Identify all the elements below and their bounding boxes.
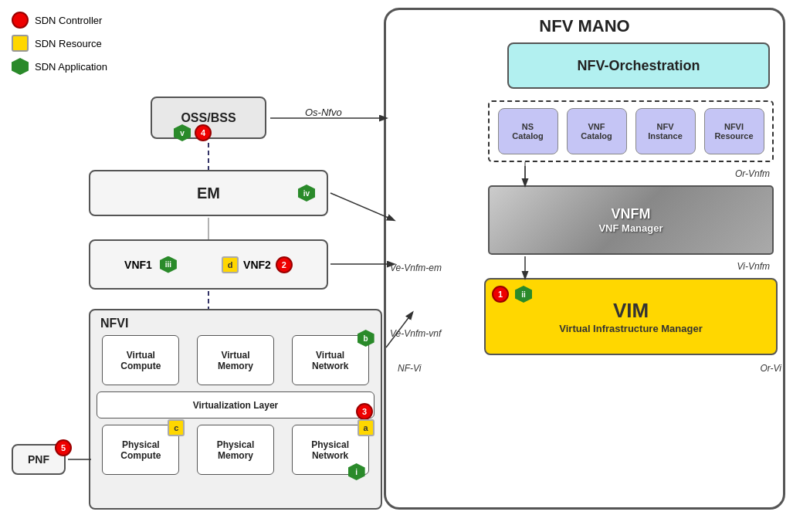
badge-iii-icon: iii (160, 256, 177, 273)
vnf2-label: VNF2 (243, 259, 271, 271)
em-title: EM (197, 185, 220, 202)
legend: SDN Controller SDN Resource SDN Applicat… (12, 12, 107, 75)
vnf-box: VNF1 iii d VNF2 2 (89, 239, 328, 290)
badge-ii-icon: ii (515, 286, 532, 303)
vim-title: VIM (613, 299, 649, 323)
sdn-resource-icon (12, 35, 29, 52)
vi-vnfm-label: Vi-Vnfm (737, 261, 770, 272)
vnfm-box: VNFM VNF Manager (488, 185, 774, 255)
badge-1-icon: 1 (492, 286, 509, 303)
badge-d-icon: d (222, 256, 239, 273)
catalog-item-nfvi-resource: NFVIResource (704, 108, 764, 154)
or-vnfm-label: Or-Vnfm (735, 168, 770, 179)
virtualization-layer: Virtualization Layer (97, 391, 374, 418)
catalog-item-vnf: VNFCatalog (567, 108, 627, 154)
catalog-dashed-box: NSCatalog VNFCatalog NFVInstance NFVIRes… (488, 100, 774, 162)
sdn-controller-icon (12, 12, 29, 29)
physical-memory: PhysicalMemory (197, 425, 274, 475)
pnf-label: PNF (28, 453, 49, 466)
ve-vnfm-vnf-label: Ve-Vnfm-vnf (390, 328, 441, 339)
legend-item-sdn-resource: SDN Resource (12, 35, 107, 52)
physical-row: c PhysicalCompute PhysicalMemory Physica… (97, 425, 374, 475)
legend-item-sdn-application: SDN Application (12, 58, 107, 75)
virtual-memory: VirtualMemory (197, 335, 274, 385)
legend-label-sdn-controller: SDN Controller (35, 15, 102, 26)
oss-bss-title: OSS/BSS (181, 111, 236, 125)
ve-vnfm-em-label: Ve-Vnfm-em (390, 263, 442, 273)
badge-3-icon: 3 (356, 403, 373, 420)
virtual-network: VirtualNetwork b (292, 335, 369, 385)
vnfm-subtitle: VNF Manager (598, 222, 663, 234)
nfv-mano-title: NFV MANO (539, 16, 629, 36)
badge-2-icon: 2 (276, 256, 293, 273)
pnf-box: PNF 5 (12, 444, 66, 475)
vim-box: 1 ii VIM Virtual Infrastructure Manager (484, 278, 778, 355)
vim-subtitle: Virtual Infrastructure Manager (559, 323, 702, 334)
badge-b-icon: b (358, 330, 374, 347)
virtual-row: VirtualCompute VirtualMemory VirtualNetw… (97, 335, 374, 385)
badge-4-icon: 4 (195, 124, 212, 141)
badge-iv-icon: iv (298, 185, 315, 202)
nfv-orchestration-box: NFV-Orchestration (507, 42, 770, 89)
legend-label-sdn-resource: SDN Resource (35, 38, 102, 49)
vnfm-title: VNFM (612, 206, 651, 222)
nfvi-title: NFVI (100, 317, 374, 330)
physical-compute: c PhysicalCompute (102, 425, 179, 475)
vnf2-group: d VNF2 2 (222, 256, 293, 273)
oss-bss-box: OSS/BSS v 4 (151, 97, 266, 139)
badge-a-icon: a (358, 419, 374, 436)
virtual-compute: VirtualCompute (102, 335, 179, 385)
legend-label-sdn-application: SDN Application (35, 61, 107, 73)
nf-vi-label: NF-Vi (398, 363, 421, 374)
badge-v-icon: v (174, 124, 191, 141)
nfv-orchestration-title: NFV-Orchestration (577, 58, 700, 74)
or-vi-label: Or-Vi (760, 363, 781, 374)
vnf1-group: VNF1 iii (124, 256, 177, 273)
badge-5-icon: 5 (55, 439, 72, 456)
diagram-container: SDN Controller SDN Resource SDN Applicat… (0, 0, 793, 532)
os-nfvo-label: Os-Nfvo (305, 107, 342, 118)
vnf1-label: VNF1 (124, 259, 152, 271)
badge-i-icon: i (348, 463, 365, 480)
badge-c-icon: c (168, 419, 185, 436)
catalog-item-ns: NSCatalog (498, 108, 558, 154)
legend-item-sdn-controller: SDN Controller (12, 12, 107, 29)
nfvi-box: NFVI VirtualCompute VirtualMemory Virtua… (89, 309, 382, 510)
catalog-item-nfv-instance: NFVInstance (635, 108, 696, 154)
sdn-application-icon (12, 58, 29, 75)
physical-network: PhysicalNetwork a i (292, 425, 369, 475)
em-box: EM iv (89, 170, 328, 216)
